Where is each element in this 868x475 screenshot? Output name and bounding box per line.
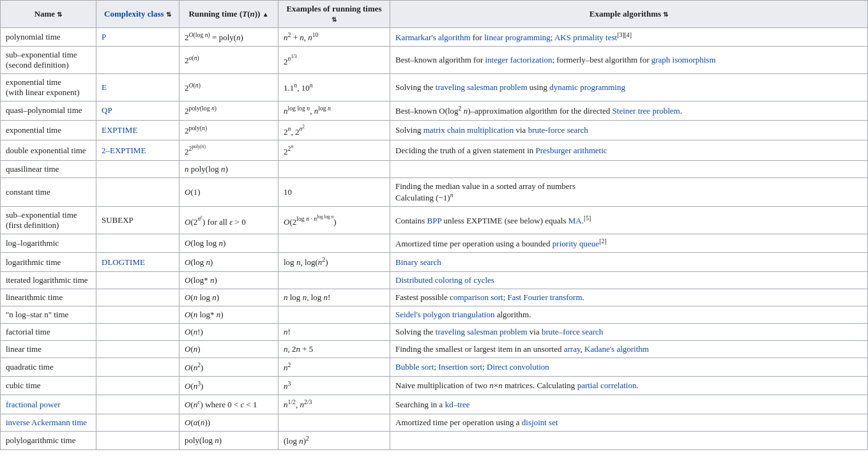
sort-icon-name: ⇅ bbox=[57, 11, 62, 18]
name-cell: exponential time bbox=[1, 120, 96, 140]
examples-cell: 1.1n, 10n bbox=[278, 74, 390, 102]
distributed-coloring-link[interactable]: Distributed coloring of cycles bbox=[395, 275, 494, 285]
header-examples[interactable]: Examples of running times ⇅ bbox=[278, 1, 390, 28]
examples-cell: n log n, log n! bbox=[278, 289, 390, 306]
brute-force2-link[interactable]: brute–force search bbox=[542, 327, 603, 336]
fractional-power-link[interactable]: fractional power bbox=[6, 400, 61, 409]
examples-cell: O(2log n · nlog log n) bbox=[278, 207, 390, 234]
dlogtime-link[interactable]: DLOGTIME bbox=[102, 257, 145, 267]
disjoint-set-link[interactable]: disjoint set bbox=[522, 418, 558, 427]
header-running-time[interactable]: Running time (T(n)) ▲ bbox=[179, 1, 278, 28]
dp-link[interactable]: dynamic programming bbox=[549, 82, 625, 92]
qp-link[interactable]: QP bbox=[102, 105, 112, 115]
header-algorithms[interactable]: Example algorithms ⇅ bbox=[390, 1, 868, 28]
running-cell: O(n log n) bbox=[179, 289, 278, 306]
complexity-cell bbox=[96, 234, 179, 253]
steiner-link[interactable]: Steiner tree problem bbox=[613, 107, 680, 116]
running-cell: 2poly(n) bbox=[179, 120, 278, 140]
complexity-link[interactable]: P bbox=[102, 32, 106, 41]
algorithms-cell: Best–known O(log2 n)–approximation algor… bbox=[390, 102, 868, 120]
aks-link[interactable]: AKS primality test bbox=[554, 33, 617, 42]
name-cell: "n log–star n" time bbox=[1, 306, 96, 323]
complexity-cell: E bbox=[96, 74, 179, 102]
algorithms-cell: Deciding the truth of a given statement … bbox=[390, 140, 868, 161]
examples-cell: n2 + n, n10 bbox=[278, 28, 390, 47]
insertion-sort-link[interactable]: Insertion sort bbox=[438, 362, 482, 372]
graph-isomorphism-link[interactable]: graph isomorphism bbox=[651, 55, 716, 64]
table-row: "n log–star n" time O(n log* n) Seidel's… bbox=[1, 306, 868, 323]
running-cell: n poly(log n) bbox=[179, 160, 278, 177]
running-cell: O(1) bbox=[179, 177, 278, 206]
complexity-cell bbox=[96, 47, 179, 74]
name-cell: quasilinear time bbox=[1, 160, 96, 177]
integer-factorization-link[interactable]: integer factorization bbox=[485, 55, 552, 64]
sort-icon-complexity: ⇅ bbox=[166, 11, 171, 18]
karmarkar-link[interactable]: Karmarkar's algorithm bbox=[395, 33, 471, 42]
inverse-ackermann-link[interactable]: inverse Ackermann time bbox=[6, 418, 87, 427]
examples-cell: 22n bbox=[278, 140, 390, 161]
kd-tree-link[interactable]: kd–tree bbox=[445, 400, 470, 409]
comparison-sort-link[interactable]: comparison sort bbox=[450, 292, 503, 302]
presburger-link[interactable]: Presburger arithmetic bbox=[536, 146, 607, 155]
partial-correlation-link[interactable]: partial correlation bbox=[577, 381, 637, 390]
header-name[interactable]: Name ⇅ bbox=[1, 1, 96, 28]
ma-link[interactable]: MA bbox=[568, 216, 582, 225]
table-row: cubic time O(n3) n3 Naive multiplication… bbox=[1, 377, 868, 395]
linear-programming-link[interactable]: linear programming bbox=[484, 33, 551, 42]
exptime-link[interactable]: EXPTIME bbox=[102, 125, 137, 135]
algorithms-cell: Finding the smallest or largest item in … bbox=[390, 340, 868, 358]
running-cell: O(n log* n) bbox=[179, 306, 278, 323]
header-complexity[interactable]: Complexity class ⇅ bbox=[96, 1, 179, 28]
table-row: quasilinear time n poly(log n) bbox=[1, 160, 868, 177]
name-cell: linearithmic time bbox=[1, 289, 96, 306]
e-link[interactable]: E bbox=[102, 82, 107, 92]
complexity-cell: SUBEXP bbox=[96, 207, 179, 234]
table-row: polynomial time P 2O(log n) = poly(n) n2… bbox=[1, 28, 868, 47]
sort-icon-running: ▲ bbox=[263, 11, 269, 18]
2exptime-link[interactable]: 2–EXPTIME bbox=[102, 146, 146, 155]
table-row: exponential time EXPTIME 2poly(n) 2n, 2n… bbox=[1, 120, 868, 140]
table-row: log–logarithmic O(log log n) Amortized t… bbox=[1, 234, 868, 253]
fft-link[interactable]: Fast Fourier transform bbox=[508, 292, 582, 302]
brute-force-link[interactable]: brute-force search bbox=[528, 125, 588, 135]
matrix-chain-link[interactable]: matrix chain multiplication bbox=[423, 125, 514, 135]
priority-queue-link[interactable]: priority queue bbox=[552, 239, 599, 248]
sort-icon-examples: ⇅ bbox=[331, 16, 337, 23]
algorithms-cell: Searching in a kd–tree bbox=[390, 395, 868, 414]
bpp-link[interactable]: BPP bbox=[427, 216, 441, 225]
running-cell: O(log log n) bbox=[179, 234, 278, 253]
complexity-cell bbox=[96, 414, 179, 431]
tsp2-link[interactable]: traveling salesman problem bbox=[436, 327, 528, 336]
complexity-cell: 2–EXPTIME bbox=[96, 140, 179, 161]
running-cell: 22poly(n) bbox=[179, 140, 278, 161]
algorithms-cell: Solving matrix chain multiplication via … bbox=[390, 120, 868, 140]
table-row: linear time O(n) n, 2n + 5 Finding the s… bbox=[1, 340, 868, 358]
table-row: fractional power O(nc) where 0 < c < 1 n… bbox=[1, 395, 868, 414]
name-cell: factorial time bbox=[1, 323, 96, 340]
kadane-link[interactable]: Kadane's algorithm bbox=[584, 344, 649, 354]
name-cell: logarithmic time bbox=[1, 253, 96, 271]
name-cell: constant time bbox=[1, 177, 96, 206]
name-cell: iterated logarithmic time bbox=[1, 271, 96, 289]
table-row: polylogarithmic time poly(log n) (log n)… bbox=[1, 431, 868, 449]
examples-cell bbox=[278, 234, 390, 253]
running-cell: O(log* n) bbox=[179, 271, 278, 289]
tsp-link[interactable]: traveling salesman problem bbox=[436, 82, 528, 92]
seidel-link[interactable]: Seidel's polygon triangulation bbox=[395, 310, 494, 319]
binary-search-link[interactable]: Binary search bbox=[395, 257, 441, 267]
complexity-cell bbox=[96, 306, 179, 323]
name-cell: sub–exponential time(first definition) bbox=[1, 207, 96, 234]
algorithms-cell: Naive multiplication of two n×n matrices… bbox=[390, 377, 868, 395]
direct-convolution-link[interactable]: Direct convolution bbox=[487, 362, 549, 372]
algorithms-cell bbox=[390, 431, 868, 449]
examples-cell bbox=[278, 414, 390, 431]
table-row: factorial time O(n!) n! Solving the trav… bbox=[1, 323, 868, 340]
examples-cell: 2n1/3 bbox=[278, 47, 390, 74]
bubble-sort-link[interactable]: Bubble sort bbox=[395, 362, 434, 372]
complexity-cell: EXPTIME bbox=[96, 120, 179, 140]
complexity-cell: P bbox=[96, 28, 179, 47]
complexity-cell bbox=[96, 271, 179, 289]
array-link[interactable]: array bbox=[564, 344, 581, 354]
algorithms-cell: Best–known algorithm for integer factori… bbox=[390, 47, 868, 74]
running-cell: O(log n) bbox=[179, 253, 278, 271]
